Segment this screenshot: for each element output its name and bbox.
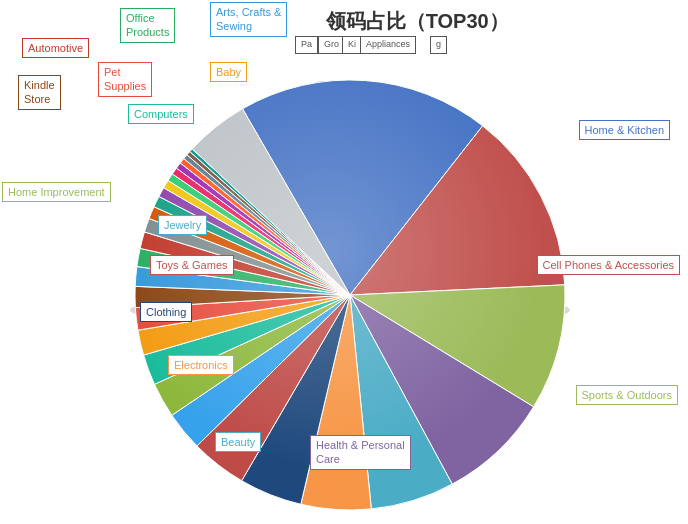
label-cell-phones: Cell Phones & Accessories — [537, 255, 680, 275]
label-automotive: Automotive — [22, 38, 89, 58]
label-gro: Gro — [318, 36, 345, 54]
label-office-products: OfficeProducts — [120, 8, 175, 43]
label-ki: Ki — [342, 36, 362, 54]
label-clothing: Clothing — [140, 302, 192, 322]
label-toys: Toys & Games — [150, 255, 234, 275]
label-electronics: Electronics — [168, 355, 234, 375]
label-pet-supplies: PetSupplies — [98, 62, 152, 97]
chart-container: 领码占比（TOP30） Home & Kitchen Cell Phones &… — [0, 0, 688, 524]
label-arts-crafts: Arts, Crafts &Sewing — [210, 2, 287, 37]
label-sports: Sports & Outdoors — [576, 385, 679, 405]
label-computers: Computers — [128, 104, 194, 124]
label-appliances: Appliances — [360, 36, 416, 54]
label-health: Health & PersonalCare — [310, 435, 411, 470]
label-home-kitchen: Home & Kitchen — [579, 120, 670, 140]
label-pa: Pa — [295, 36, 318, 54]
label-kindle: KindleStore — [18, 75, 61, 110]
label-beauty: Beauty — [215, 432, 261, 452]
label-home-improvement: Home Improvement — [2, 182, 111, 202]
label-baby: Baby — [210, 62, 247, 82]
label-g: g — [430, 36, 447, 54]
label-jewelry: Jewelry — [158, 215, 207, 235]
